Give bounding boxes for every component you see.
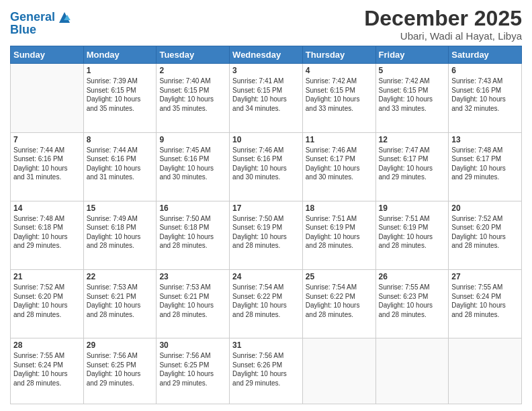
day-info: Sunrise: 7:50 AM Sunset: 6:19 PM Dayligh… — [232, 214, 300, 250]
day-number: 31 — [232, 340, 300, 350]
day-info: Sunrise: 7:41 AM Sunset: 6:15 PM Dayligh… — [232, 77, 300, 113]
day-info: Sunrise: 7:46 AM Sunset: 6:17 PM Dayligh… — [306, 146, 373, 182]
day-number: 15 — [87, 203, 154, 213]
col-header-sunday: Sunday — [11, 46, 84, 64]
col-header-saturday: Saturday — [449, 46, 522, 64]
day-info: Sunrise: 7:45 AM Sunset: 6:16 PM Dayligh… — [159, 146, 226, 182]
day-number: 8 — [87, 135, 154, 144]
logo-icon — [56, 9, 73, 26]
day-info: Sunrise: 7:44 AM Sunset: 6:16 PM Dayligh… — [87, 146, 154, 182]
calendar-week-1: 1Sunrise: 7:39 AM Sunset: 6:15 PM Daylig… — [11, 64, 522, 132]
day-info: Sunrise: 7:39 AM Sunset: 6:15 PM Dayligh… — [87, 77, 154, 113]
calendar-cell: 21Sunrise: 7:52 AM Sunset: 6:20 PM Dayli… — [11, 270, 84, 338]
day-number: 12 — [379, 135, 446, 144]
day-number: 21 — [13, 272, 81, 281]
calendar-cell: 4Sunrise: 7:42 AM Sunset: 6:15 PM Daylig… — [302, 64, 375, 132]
day-number: 19 — [379, 203, 446, 213]
day-info: Sunrise: 7:43 AM Sunset: 6:16 PM Dayligh… — [451, 77, 519, 113]
calendar-cell: 29Sunrise: 7:56 AM Sunset: 6:25 PM Dayli… — [83, 338, 157, 404]
calendar-cell: 17Sunrise: 7:50 AM Sunset: 6:19 PM Dayli… — [230, 201, 303, 269]
day-info: Sunrise: 7:55 AM Sunset: 6:24 PM Dayligh… — [13, 351, 81, 387]
calendar-cell: 22Sunrise: 7:53 AM Sunset: 6:21 PM Dayli… — [83, 270, 157, 338]
day-info: Sunrise: 7:51 AM Sunset: 6:19 PM Dayligh… — [306, 214, 373, 250]
day-number: 25 — [306, 272, 373, 281]
day-info: Sunrise: 7:42 AM Sunset: 6:15 PM Dayligh… — [306, 77, 373, 113]
day-info: Sunrise: 7:52 AM Sunset: 6:20 PM Dayligh… — [13, 283, 81, 319]
day-number: 14 — [13, 203, 81, 213]
day-number: 6 — [451, 66, 519, 75]
day-info: Sunrise: 7:55 AM Sunset: 6:24 PM Dayligh… — [451, 283, 519, 319]
day-number: 1 — [87, 66, 154, 75]
day-number: 20 — [451, 203, 519, 213]
calendar-week-5: 28Sunrise: 7:55 AM Sunset: 6:24 PM Dayli… — [11, 338, 522, 404]
calendar-cell: 8Sunrise: 7:44 AM Sunset: 6:16 PM Daylig… — [83, 132, 157, 201]
header: General Blue December 2025 Ubari, Wadi a… — [10, 7, 522, 42]
calendar-header-row: SundayMondayTuesdayWednesdayThursdayFrid… — [11, 46, 522, 64]
calendar-cell: 13Sunrise: 7:48 AM Sunset: 6:17 PM Dayli… — [449, 132, 522, 201]
day-info: Sunrise: 7:54 AM Sunset: 6:22 PM Dayligh… — [306, 283, 373, 319]
day-number: 17 — [232, 203, 300, 213]
col-header-wednesday: Wednesday — [230, 46, 303, 64]
day-info: Sunrise: 7:40 AM Sunset: 6:15 PM Dayligh… — [159, 77, 226, 113]
col-header-friday: Friday — [375, 46, 449, 64]
day-info: Sunrise: 7:42 AM Sunset: 6:15 PM Dayligh… — [379, 77, 446, 113]
day-info: Sunrise: 7:53 AM Sunset: 6:21 PM Dayligh… — [87, 283, 154, 319]
calendar-cell — [375, 338, 449, 404]
calendar-cell: 14Sunrise: 7:48 AM Sunset: 6:18 PM Dayli… — [11, 201, 84, 269]
day-number: 27 — [451, 272, 519, 281]
calendar-cell: 10Sunrise: 7:46 AM Sunset: 6:16 PM Dayli… — [230, 132, 303, 201]
day-number: 3 — [232, 66, 300, 75]
day-number: 2 — [159, 66, 226, 75]
location-subtitle: Ubari, Wadi al Hayat, Libya — [364, 30, 522, 42]
calendar-cell: 12Sunrise: 7:47 AM Sunset: 6:17 PM Dayli… — [375, 132, 449, 201]
calendar-cell: 3Sunrise: 7:41 AM Sunset: 6:15 PM Daylig… — [230, 64, 303, 132]
col-header-thursday: Thursday — [302, 46, 375, 64]
calendar-cell: 11Sunrise: 7:46 AM Sunset: 6:17 PM Dayli… — [302, 132, 375, 201]
day-number: 7 — [13, 135, 81, 144]
col-header-monday: Monday — [83, 46, 157, 64]
day-info: Sunrise: 7:54 AM Sunset: 6:22 PM Dayligh… — [232, 283, 300, 319]
day-info: Sunrise: 7:51 AM Sunset: 6:19 PM Dayligh… — [379, 214, 446, 250]
day-info: Sunrise: 7:44 AM Sunset: 6:16 PM Dayligh… — [13, 146, 81, 182]
calendar-cell: 28Sunrise: 7:55 AM Sunset: 6:24 PM Dayli… — [11, 338, 84, 404]
calendar-week-3: 14Sunrise: 7:48 AM Sunset: 6:18 PM Dayli… — [11, 201, 522, 269]
day-info: Sunrise: 7:50 AM Sunset: 6:18 PM Dayligh… — [159, 214, 226, 250]
calendar-cell: 5Sunrise: 7:42 AM Sunset: 6:15 PM Daylig… — [375, 64, 449, 132]
calendar-cell: 15Sunrise: 7:49 AM Sunset: 6:18 PM Dayli… — [83, 201, 157, 269]
calendar-cell: 16Sunrise: 7:50 AM Sunset: 6:18 PM Dayli… — [157, 201, 230, 269]
day-number: 22 — [87, 272, 154, 281]
day-number: 23 — [159, 272, 226, 281]
day-number: 18 — [306, 203, 373, 213]
day-info: Sunrise: 7:52 AM Sunset: 6:20 PM Dayligh… — [451, 214, 519, 250]
calendar-cell: 9Sunrise: 7:45 AM Sunset: 6:16 PM Daylig… — [157, 132, 230, 201]
calendar-cell — [302, 338, 375, 404]
day-number: 13 — [451, 135, 519, 144]
day-number: 9 — [159, 135, 226, 144]
calendar-week-4: 21Sunrise: 7:52 AM Sunset: 6:20 PM Dayli… — [11, 270, 522, 338]
logo-text: General — [10, 11, 55, 24]
month-title: December 2025 — [364, 7, 522, 30]
calendar-cell: 26Sunrise: 7:55 AM Sunset: 6:23 PM Dayli… — [375, 270, 449, 338]
calendar-cell — [11, 64, 84, 132]
logo: General Blue — [10, 9, 73, 37]
day-info: Sunrise: 7:56 AM Sunset: 6:26 PM Dayligh… — [232, 351, 300, 387]
calendar-cell: 27Sunrise: 7:55 AM Sunset: 6:24 PM Dayli… — [449, 270, 522, 338]
title-block: December 2025 Ubari, Wadi al Hayat, Liby… — [364, 7, 522, 42]
day-info: Sunrise: 7:49 AM Sunset: 6:18 PM Dayligh… — [87, 214, 154, 250]
day-number: 24 — [232, 272, 300, 281]
col-header-tuesday: Tuesday — [157, 46, 230, 64]
day-number: 29 — [87, 340, 154, 350]
day-number: 26 — [379, 272, 446, 281]
day-number: 10 — [232, 135, 300, 144]
calendar-cell: 20Sunrise: 7:52 AM Sunset: 6:20 PM Dayli… — [449, 201, 522, 269]
day-info: Sunrise: 7:46 AM Sunset: 6:16 PM Dayligh… — [232, 146, 300, 182]
day-number: 11 — [306, 135, 373, 144]
day-number: 30 — [159, 340, 226, 350]
calendar-cell: 23Sunrise: 7:53 AM Sunset: 6:21 PM Dayli… — [157, 270, 230, 338]
day-number: 16 — [159, 203, 226, 213]
calendar-cell: 7Sunrise: 7:44 AM Sunset: 6:16 PM Daylig… — [11, 132, 84, 201]
calendar-cell: 6Sunrise: 7:43 AM Sunset: 6:16 PM Daylig… — [449, 64, 522, 132]
page: General Blue December 2025 Ubari, Wadi a… — [0, 0, 532, 411]
day-info: Sunrise: 7:56 AM Sunset: 6:25 PM Dayligh… — [159, 351, 226, 387]
calendar-week-2: 7Sunrise: 7:44 AM Sunset: 6:16 PM Daylig… — [11, 132, 522, 201]
